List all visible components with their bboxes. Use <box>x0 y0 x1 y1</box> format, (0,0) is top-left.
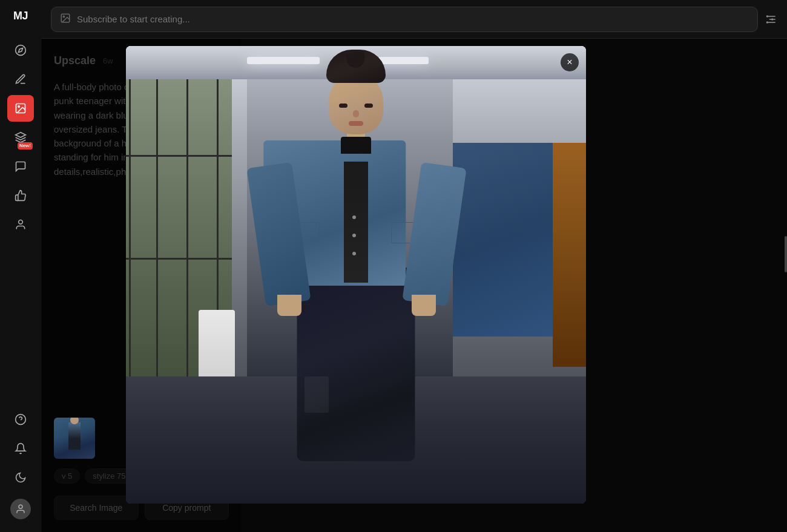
modal-image-panel: × <box>126 46 586 504</box>
question-icon <box>15 413 27 425</box>
content-area: × Upscale 6w <box>41 39 787 532</box>
image-icon <box>15 102 27 114</box>
main-area: × Upscale 6w <box>41 0 787 532</box>
image-input-icon <box>60 13 71 26</box>
prompt-input[interactable] <box>77 14 749 24</box>
jacket-front <box>344 162 368 283</box>
jeans-detail-left <box>305 376 329 413</box>
sidebar-bottom <box>7 406 34 522</box>
sidebar-item-likes[interactable] <box>7 182 34 209</box>
figure-eye-right <box>364 103 373 108</box>
prompt-input-wrapper[interactable] <box>51 7 758 32</box>
sidebar-item-account[interactable] <box>7 496 34 522</box>
layers-icon <box>15 131 27 143</box>
bg-wood-panel <box>553 143 586 367</box>
sidebar-item-messages[interactable] <box>7 153 34 180</box>
user-circle-icon <box>15 218 27 231</box>
modal-overlay: × <box>41 39 787 532</box>
sidebar-item-profile[interactable] <box>7 211 34 238</box>
bg-blue-panel <box>453 143 553 337</box>
thumb-figure <box>68 422 81 450</box>
bell-icon <box>15 442 27 455</box>
message-icon <box>15 160 27 172</box>
user-icon <box>15 504 26 514</box>
photo-scene <box>126 46 586 504</box>
sidebar-item-create[interactable] <box>7 66 34 93</box>
svg-point-16 <box>771 18 773 20</box>
svg-point-15 <box>766 21 768 23</box>
generated-image <box>126 46 586 504</box>
bg-furniture <box>199 310 235 383</box>
window-frame-h2 <box>126 258 232 260</box>
hand-left <box>277 295 301 316</box>
figure-collar <box>341 137 371 154</box>
compass-icon <box>15 44 27 56</box>
svg-point-3 <box>18 106 19 108</box>
ceiling-light-1 <box>247 57 320 64</box>
jacket-btn3 <box>352 252 356 255</box>
svg-marker-4 <box>16 133 26 137</box>
sidebar-item-theme[interactable] <box>7 464 34 491</box>
panel-scrollbar <box>785 236 787 272</box>
pencil-icon <box>15 73 27 85</box>
figure-nose <box>353 110 359 117</box>
sidebar: MJ New! <box>0 0 41 532</box>
svg-point-0 <box>16 45 26 56</box>
close-icon: × <box>567 57 572 68</box>
figure-eye-left <box>339 103 347 108</box>
sidebar-item-help[interactable] <box>7 406 34 433</box>
new-badge: New! <box>18 142 33 149</box>
svg-point-8 <box>19 505 22 508</box>
modal-close-button[interactable]: × <box>561 53 579 71</box>
sidebar-item-images[interactable] <box>7 95 34 122</box>
sidebar-nav: New! <box>7 37 34 406</box>
avatar <box>10 499 31 519</box>
svg-marker-1 <box>18 48 22 52</box>
moon-icon <box>15 471 27 484</box>
image-thumbnail[interactable] <box>54 418 95 459</box>
sidebar-item-explore[interactable] <box>7 37 34 64</box>
figure-jeans <box>297 274 415 461</box>
app-logo: MJ <box>13 10 28 22</box>
jacket-btn1 <box>352 215 356 219</box>
svg-point-14 <box>766 15 768 17</box>
thumbs-up-icon <box>15 189 27 202</box>
svg-point-5 <box>19 220 23 225</box>
settings-icon[interactable] <box>765 13 777 25</box>
topbar <box>41 0 787 39</box>
jacket-btn2 <box>352 234 356 237</box>
svg-point-10 <box>63 16 64 17</box>
hand-right <box>412 295 436 316</box>
figure-lips <box>349 121 363 126</box>
sidebar-item-notifications[interactable] <box>7 435 34 462</box>
window-frame-h <box>126 155 232 157</box>
sidebar-item-design[interactable]: New! <box>7 124 34 151</box>
